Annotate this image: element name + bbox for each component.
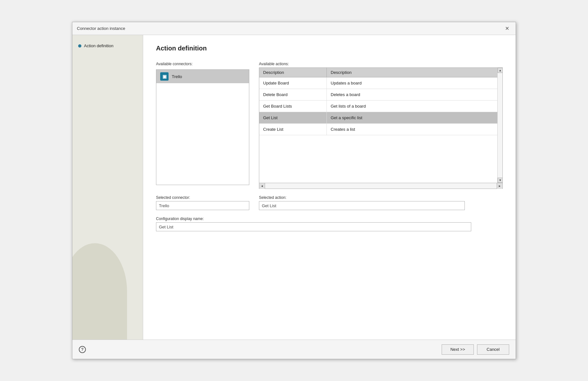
page-title: Action definition [156,45,503,52]
available-actions-label: Available actions: [259,62,503,66]
dialog-title: Connector action instance [77,26,125,31]
table-row[interactable]: Get Board Lists Get lists of a board [259,101,502,112]
selected-action-input[interactable] [259,201,465,210]
sidebar-item-label: Action definition [84,43,114,48]
sidebar-item-action-definition[interactable]: Action definition [76,41,140,50]
table-row[interactable]: Create List Creates a list [259,124,502,135]
footer-buttons: Next >> Cancel [442,344,509,355]
available-connectors-label: Available connectors: [156,62,249,66]
action-desc: Deletes a board [327,89,502,100]
titlebar: Connector action instance ✕ [72,22,516,35]
close-button[interactable]: ✕ [503,25,511,32]
help-button[interactable]: ? [79,346,86,353]
dialog-body: Action definition Action definition Avai… [72,35,516,340]
selected-connector-group: Selected connector: [156,195,249,210]
scroll-down-arrow[interactable]: ▼ [498,178,503,183]
cancel-button[interactable]: Cancel [477,344,509,355]
sidebar-dot-icon [78,44,81,48]
scroll-right-arrow[interactable]: ► [497,183,502,189]
table-row-selected[interactable]: Get List Get a specific list [259,112,502,124]
selected-action-group: Selected action: [259,195,465,210]
actions-table: Description Description Update Board Upd… [259,67,503,183]
scroll-h-track [265,183,497,189]
config-display-name-input[interactable] [156,222,471,231]
table-scrollbar-vertical[interactable]: ▲ ▼ [497,68,502,183]
selected-connector-input[interactable] [156,201,249,210]
table-header: Description Description [259,68,502,77]
action-name: Get List [259,112,327,123]
action-name: Update Board [259,77,327,89]
action-name: Get Board Lists [259,101,327,112]
action-name: Create List [259,124,327,135]
config-display-name-label: Configuration display name: [156,217,503,221]
col-header-name: Description [259,68,327,77]
selected-action-label: Selected action: [259,195,465,200]
next-button[interactable]: Next >> [442,344,474,355]
table-row[interactable]: Delete Board Deletes a board [259,89,502,101]
config-display-name-group: Configuration display name: [156,217,503,231]
col-header-desc: Description [327,68,502,77]
table-scrollbar-horizontal[interactable]: ◄ ► [259,183,503,189]
scroll-up-arrow[interactable]: ▲ [498,68,503,73]
action-name: Delete Board [259,89,327,100]
sidebar: Action definition [72,35,143,340]
table-row[interactable]: Update Board Updates a board [259,77,502,89]
connectors-list[interactable]: ▣ Trello [156,69,249,185]
connector-item-trello[interactable]: ▣ Trello [156,70,249,83]
dialog-footer: ? Next >> Cancel [72,340,516,359]
dialog: Connector action instance ✕ Action defin… [72,22,516,359]
trello-icon: ▣ [160,72,169,81]
scroll-left-arrow[interactable]: ◄ [259,183,265,189]
connectors-section: Available connectors: ▣ Trello [156,62,249,185]
footer-left: ? [79,346,86,353]
scroll-track [498,73,502,178]
actions-section: Available actions: Description Descripti… [259,62,503,189]
action-desc: Get lists of a board [327,101,502,112]
action-desc: Creates a list [327,124,502,135]
main-content: Action definition Available connectors: … [143,35,516,340]
action-desc: Updates a board [327,77,502,89]
selected-connector-label: Selected connector: [156,195,249,200]
action-desc: Get a specific list [327,112,502,123]
sidebar-decoration [72,243,127,340]
selected-fields-row: Selected connector: Selected action: [156,195,503,210]
connector-name: Trello [172,74,182,79]
connectors-actions-row: Available connectors: ▣ Trello Available… [156,62,503,189]
